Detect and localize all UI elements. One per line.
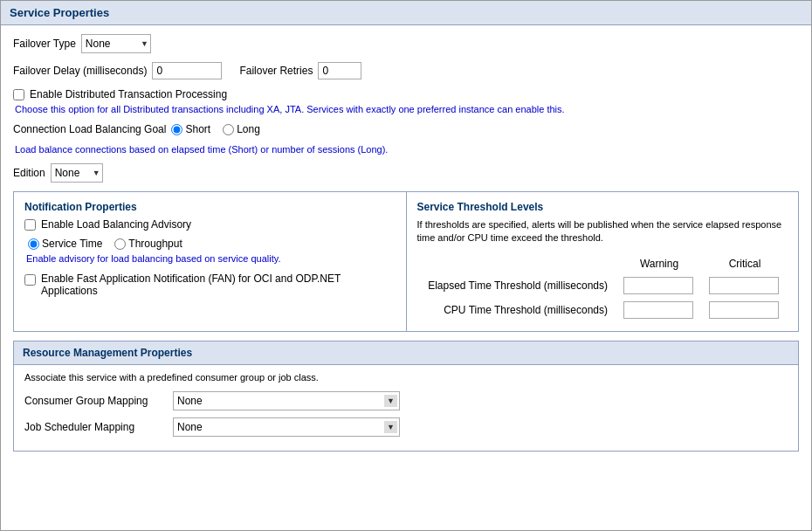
service-radio-group: Service Time Throughput [28,238,396,250]
cpu-warning-cell [616,298,702,322]
fan-checkbox[interactable] [24,274,36,286]
radio-throughput-input[interactable] [114,238,126,250]
job-scheduler-select[interactable]: None [173,417,400,437]
edition-row: Edition None [13,163,799,183]
cpu-time-row: CPU Time Threshold (milliseconds) [417,298,788,322]
failover-delay-row: Failover Delay (milliseconds) Failover R… [13,62,799,79]
consumer-group-label: Consumer Group Mapping [24,395,173,407]
resource-management-section: Resource Management Properties Associate… [13,341,799,452]
connection-lb-radio-group: Short Long [171,123,259,135]
cpu-time-label: CPU Time Threshold (milliseconds) [417,298,617,322]
resource-management-desc: Associate this service with a predefined… [24,372,788,383]
failover-type-select-wrapper[interactable]: None SELECT SESSION BASIC [81,34,151,53]
connection-lb-label: Connection Load Balancing Goal [13,123,166,135]
radio-service-time-input[interactable] [28,238,39,250]
radio-service-time: Service Time [28,238,102,250]
connection-lb-row: Connection Load Balancing Goal Short Lon… [13,123,799,135]
elapsed-warning-cell [616,273,702,298]
consumer-group-select[interactable]: None [173,391,400,410]
consumer-group-select-wrapper[interactable]: None [173,391,400,410]
load-balancing-advisory-checkbox[interactable] [24,219,36,231]
radio-long-label: Long [237,123,260,135]
connection-lb-info: Load balance connections based on elapse… [13,144,799,155]
failover-retries-label: Failover Retries [239,65,313,77]
page-container: Service Properties Failover Type None SE… [0,0,812,531]
load-balancing-advisory-label: Enable Load Balancing Advisory [41,218,191,231]
distributed-transaction-info: Choose this option for all Distributed t… [13,104,799,114]
failover-type-row: Failover Type None SELECT SESSION BASIC [13,34,799,53]
failover-delay-input[interactable] [152,62,222,79]
radio-item-long: Long [223,123,260,135]
elapsed-critical-cell [702,273,788,298]
failover-type-select[interactable]: None SELECT SESSION BASIC [81,34,151,53]
fan-row: Enable Fast Application Notification (FA… [24,272,396,297]
notification-panel: Notification Properties Enable Load Bala… [14,192,407,331]
cpu-critical-input[interactable] [709,301,779,319]
failover-delay-label: Failover Delay (milliseconds) [13,65,147,77]
job-scheduler-label: Job Scheduler Mapping [24,421,173,433]
two-panel: Notification Properties Enable Load Bala… [13,191,799,332]
elapsed-warning-input[interactable] [623,277,693,294]
radio-throughput: Throughput [114,238,182,250]
radio-short[interactable] [171,124,182,135]
cpu-critical-cell [702,298,788,322]
radio-short-label: Short [185,123,210,135]
threshold-table: Warning Critical Elapsed Time Threshold … [417,254,788,322]
page-title: Service Properties [1,1,811,25]
distributed-transaction-label: Enable Distributed Transaction Processin… [30,88,227,100]
job-scheduler-select-wrapper[interactable]: None [173,417,400,437]
consumer-group-row: Consumer Group Mapping None [24,391,788,410]
resource-management-content: Associate this service with a predefined… [14,365,798,451]
threshold-panel: Service Threshold Levels If thresholds a… [407,192,799,331]
resource-management-header: Resource Management Properties [14,341,798,365]
distributed-transaction-checkbox[interactable] [13,89,24,100]
radio-throughput-label: Throughput [128,238,182,250]
elapsed-critical-input[interactable] [709,277,779,294]
edition-select[interactable]: None [51,163,103,183]
elapsed-time-row: Elapsed Time Threshold (milliseconds) [417,273,788,298]
failover-type-label: Failover Type [13,38,76,50]
elapsed-time-label: Elapsed Time Threshold (milliseconds) [417,273,617,298]
notification-header: Notification Properties [24,201,396,213]
distributed-transaction-row: Enable Distributed Transaction Processin… [13,88,799,100]
cpu-warning-input[interactable] [623,301,693,319]
threshold-critical-header: Critical [702,254,788,273]
radio-service-time-label: Service Time [42,238,102,250]
service-info: Enable advisory for load balancing based… [24,253,396,264]
threshold-header: Service Threshold Levels [417,201,788,213]
edition-select-wrapper[interactable]: None [51,163,103,183]
radio-long[interactable] [223,124,234,135]
failover-retries-input[interactable] [318,62,361,79]
threshold-empty-header [417,254,617,273]
radio-item-short: Short [171,123,210,135]
edition-label: Edition [13,167,45,179]
threshold-desc: If thresholds are specified, alerts will… [417,218,788,245]
load-balancing-advisory-row: Enable Load Balancing Advisory [24,218,396,231]
fan-label: Enable Fast Application Notification (FA… [41,272,396,297]
threshold-warning-header: Warning [616,254,702,273]
main-content: Failover Type None SELECT SESSION BASIC … [1,25,811,460]
job-scheduler-row: Job Scheduler Mapping None [24,417,788,437]
